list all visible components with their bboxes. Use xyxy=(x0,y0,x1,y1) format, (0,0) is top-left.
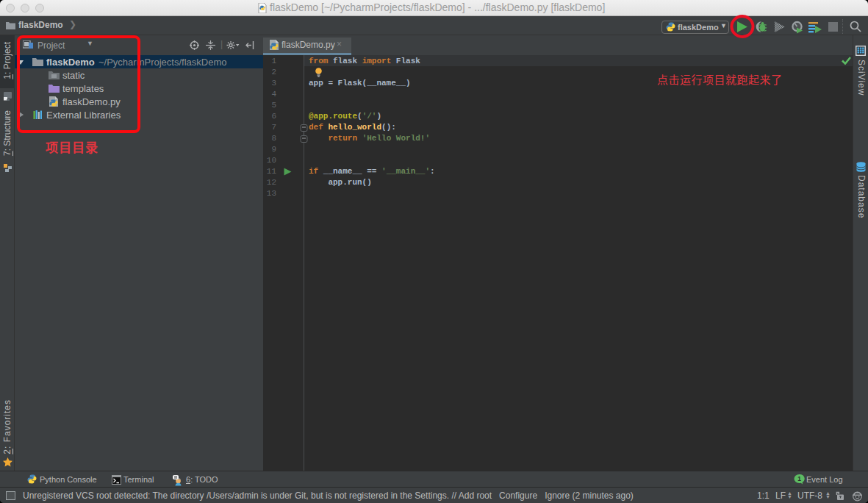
svg-text:1: 1 xyxy=(797,475,801,482)
